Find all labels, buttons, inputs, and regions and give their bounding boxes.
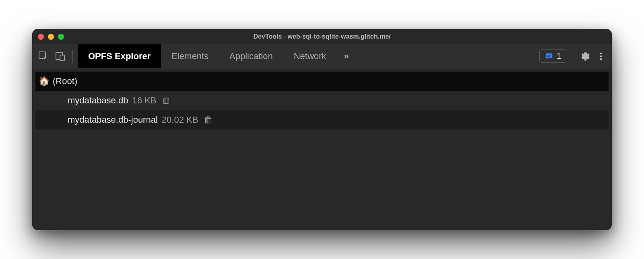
tree-root-row[interactable]: 🏠 (Root) — [35, 72, 609, 91]
svg-point-7 — [600, 58, 602, 60]
toolbar-right: 1 — [533, 44, 612, 68]
file-size: 20.02 KB — [162, 115, 198, 125]
delete-file-button[interactable]: 🗑 — [204, 115, 213, 124]
device-toolbar-icon[interactable] — [55, 51, 66, 62]
toolbar: OPFS Explorer Elements Application Netwo… — [32, 44, 612, 68]
trash-icon: 🗑 — [204, 115, 213, 125]
tabs: OPFS Explorer Elements Application Netwo… — [78, 44, 356, 68]
chat-icon — [545, 52, 553, 61]
file-size: 16 KB — [132, 95, 156, 106]
window-controls — [38, 34, 64, 40]
window-minimize-button[interactable] — [48, 34, 54, 40]
file-name: mydatabase.db-journal — [68, 115, 158, 125]
more-tabs-button[interactable]: » — [336, 44, 356, 68]
tab-label: OPFS Explorer — [88, 51, 151, 62]
file-name: mydatabase.db — [68, 95, 128, 106]
home-icon: 🏠 — [39, 77, 50, 86]
more-menu-button[interactable] — [597, 51, 605, 62]
more-tabs-label: » — [344, 51, 349, 62]
issues-count: 1 — [557, 51, 561, 61]
opfs-tree: 🏠 (Root) mydatabase.db 16 KB 🗑 mydatabas… — [32, 68, 612, 230]
settings-button[interactable] — [580, 51, 590, 62]
toolbar-separator — [573, 50, 573, 62]
inspect-element-icon[interactable] — [38, 51, 49, 62]
svg-point-5 — [600, 52, 602, 54]
root-label: (Root) — [53, 76, 77, 86]
trash-icon: 🗑 — [162, 95, 171, 105]
svg-point-6 — [600, 55, 602, 57]
svg-rect-3 — [547, 55, 551, 55]
delete-file-button[interactable]: 🗑 — [162, 96, 171, 105]
window-title: DevTools - web-sql-to-sqlite-wasm.glitch… — [32, 33, 612, 40]
window-close-button[interactable] — [38, 34, 44, 40]
tab-network[interactable]: Network — [283, 44, 337, 68]
devtools-window: DevTools - web-sql-to-sqlite-wasm.glitch… — [32, 29, 612, 230]
tab-label: Elements — [171, 51, 208, 62]
title-bar: DevTools - web-sql-to-sqlite-wasm.glitch… — [32, 29, 612, 44]
tab-label: Network — [294, 51, 326, 62]
tab-opfs-explorer[interactable]: OPFS Explorer — [78, 44, 161, 68]
tab-application[interactable]: Application — [219, 44, 283, 68]
file-row[interactable]: mydatabase.db-journal 20.02 KB 🗑 — [35, 110, 609, 130]
issues-button[interactable]: 1 — [539, 49, 566, 63]
tab-elements[interactable]: Elements — [161, 44, 219, 68]
svg-rect-4 — [547, 56, 550, 56]
window-zoom-button[interactable] — [58, 34, 64, 40]
toolbar-left — [32, 44, 78, 68]
file-row[interactable]: mydatabase.db 16 KB 🗑 — [35, 91, 609, 110]
svg-rect-2 — [60, 55, 64, 61]
toolbar-separator — [72, 50, 73, 63]
tab-label: Application — [229, 51, 273, 62]
